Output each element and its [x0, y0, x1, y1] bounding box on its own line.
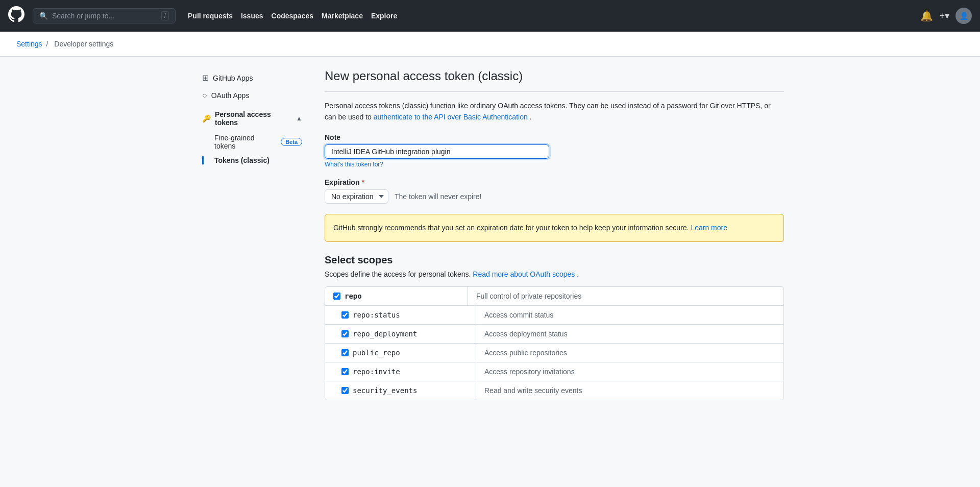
note-input[interactable] — [325, 144, 549, 159]
sidebar-fine-grained-tokens[interactable]: Fine-grained tokens Beta — [208, 131, 308, 153]
main-layout: ⊞ GitHub Apps ○ OAuth Apps 🔑 Personal ac… — [184, 69, 796, 400]
sidebar-oauth-apps-label: OAuth Apps — [211, 91, 250, 100]
search-shortcut: / — [161, 11, 169, 20]
key-icon: 🔑 — [202, 114, 211, 123]
scope-left-repo-invite: repo:invite — [333, 362, 476, 381]
description-text: Personal access tokens (classic) functio… — [325, 100, 784, 123]
scope-left-security-events: security_events — [333, 381, 476, 400]
expiration-label-text: Expiration — [325, 178, 359, 186]
description-link[interactable]: authenticate to the API over Basic Authe… — [374, 113, 528, 121]
user-avatar[interactable]: 👤 — [955, 8, 972, 24]
note-hint: What's this token for? — [325, 161, 784, 168]
scopes-table: repo Full control of private repositorie… — [325, 286, 784, 400]
avatar-icon: 👤 — [960, 12, 968, 20]
beta-badge: Beta — [281, 138, 302, 146]
expiration-hint: The token will never expire! — [395, 192, 481, 201]
scope-checkbox-public-repo[interactable] — [341, 349, 349, 356]
scopes-period: . — [577, 270, 579, 278]
scope-row-repo-status: repo:status Access commit status — [325, 306, 783, 325]
add-icon[interactable]: +▾ — [939, 10, 949, 21]
scope-name-repo-status: repo:status — [353, 311, 400, 319]
tokens-classic-label: Tokens (classic) — [214, 156, 270, 164]
scope-left-repo-status: repo:status — [333, 306, 476, 324]
scope-left-repo-deployment: repo_deployment — [333, 325, 476, 343]
note-form-group: Note What's this token for? — [325, 133, 784, 168]
notifications-icon[interactable]: 🔔 — [920, 10, 933, 22]
nav-marketplace[interactable]: Marketplace — [322, 12, 363, 20]
warning-learn-more-link[interactable]: Learn more — [691, 224, 727, 232]
scopes-link[interactable]: Read more about OAuth scopes — [473, 270, 575, 278]
nav-right: 🔔 +▾ 👤 — [920, 8, 972, 24]
scopes-description: Scopes define the access for personal to… — [325, 270, 784, 278]
scope-row-repo-invite: repo:invite Access repository invitation… — [325, 362, 783, 381]
page-title: New personal access token (classic) — [325, 69, 784, 83]
chevron-up-icon: ▲ — [296, 115, 302, 122]
search-box[interactable]: 🔍 Search or jump to... / — [33, 8, 176, 23]
main-content: New personal access token (classic) Pers… — [325, 69, 784, 400]
expiration-select[interactable]: No expiration 7 days 30 days 60 days 90 … — [325, 189, 388, 204]
scope-row-public-repo: public_repo Access public repositories — [325, 344, 783, 362]
scope-name-repo-invite: repo:invite — [353, 368, 400, 376]
breadcrumb: Settings / Developer settings — [0, 32, 980, 57]
scope-name-repo-deployment: repo_deployment — [353, 330, 417, 338]
sidebar-sub-items: Fine-grained tokens Beta Tokens (classic… — [196, 131, 308, 167]
breadcrumb-settings[interactable]: Settings — [16, 40, 42, 48]
fine-grained-label: Fine-grained tokens — [214, 134, 277, 150]
scope-checkbox-repo[interactable] — [333, 293, 340, 300]
apps-icon: ⊞ — [202, 73, 209, 83]
nav-pull-requests[interactable]: Pull requests — [188, 12, 233, 20]
github-logo[interactable] — [8, 6, 24, 26]
search-placeholder-text: Search or jump to... — [52, 12, 114, 20]
scope-checkbox-repo-deployment[interactable] — [341, 330, 349, 337]
sidebar-github-apps-label: GitHub Apps — [213, 74, 253, 82]
nav-explore[interactable]: Explore — [371, 12, 397, 20]
warning-box: GitHub strongly recommends that you set … — [325, 214, 784, 242]
scopes-desc-text: Scopes define the access for personal to… — [325, 270, 471, 278]
warning-text-content: GitHub strongly recommends that you set … — [333, 224, 689, 232]
scope-name-public-repo: public_repo — [353, 349, 400, 357]
sidebar-item-github-apps[interactable]: ⊞ GitHub Apps — [196, 69, 308, 87]
expiration-row: No expiration 7 days 30 days 60 days 90 … — [325, 189, 784, 204]
description-part-2: . — [530, 113, 532, 121]
scope-checkbox-repo-status[interactable] — [341, 311, 349, 319]
scope-row-security-events: security_events Read and write security … — [325, 381, 783, 400]
scopes-title: Select scopes — [325, 254, 784, 266]
search-icon: 🔍 — [39, 12, 48, 20]
scope-name-security-events: security_events — [353, 386, 417, 395]
scope-desc-public-repo: Access public repositories — [476, 344, 783, 362]
scope-desc-repo: Full control of private repositories — [468, 287, 783, 305]
scope-desc-security-events: Read and write security events — [476, 381, 783, 400]
scope-desc-repo-deployment: Access deployment status — [476, 325, 783, 343]
nav-issues[interactable]: Issues — [241, 12, 263, 20]
note-label: Note — [325, 133, 784, 141]
breadcrumb-current: Developer settings — [54, 40, 113, 48]
breadcrumb-separator: / — [46, 40, 50, 48]
title-divider — [325, 91, 784, 92]
nav-links: Pull requests Issues Codespaces Marketpl… — [188, 12, 397, 20]
scope-left-repo: repo — [325, 287, 468, 305]
expiration-form-group: Expiration * No expiration 7 days 30 day… — [325, 178, 784, 204]
scope-name-repo: repo — [345, 292, 362, 300]
sidebar-tokens-label: Personal access tokens — [215, 110, 292, 127]
expiration-label: Expiration * — [325, 178, 784, 186]
scope-desc-repo-status: Access commit status — [476, 306, 783, 324]
scope-row-repo: repo Full control of private repositorie… — [325, 287, 783, 306]
scope-checkbox-security-events[interactable] — [341, 387, 349, 394]
scope-row-repo-deployment: repo_deployment Access deployment status — [325, 325, 783, 344]
sidebar-item-oauth-apps[interactable]: ○ OAuth Apps — [196, 87, 308, 104]
scope-checkbox-repo-invite[interactable] — [341, 368, 349, 375]
scope-desc-repo-invite: Access repository invitations — [476, 362, 783, 381]
top-navigation: 🔍 Search or jump to... / Pull requests I… — [0, 0, 980, 32]
sidebar-tokens-classic[interactable]: Tokens (classic) — [208, 153, 308, 167]
sidebar-section-tokens-header[interactable]: 🔑 Personal access tokens ▲ — [196, 106, 308, 131]
warning-text: GitHub strongly recommends that you set … — [333, 223, 775, 233]
oauth-icon: ○ — [202, 91, 207, 100]
sidebar: ⊞ GitHub Apps ○ OAuth Apps 🔑 Personal ac… — [196, 69, 308, 400]
note-hint-link[interactable]: What's this token for? — [325, 161, 383, 168]
required-star: * — [361, 178, 364, 186]
scope-left-public-repo: public_repo — [333, 344, 476, 362]
nav-codespaces[interactable]: Codespaces — [272, 12, 313, 20]
sidebar-section-tokens: 🔑 Personal access tokens ▲ Fine-grained … — [196, 106, 308, 167]
